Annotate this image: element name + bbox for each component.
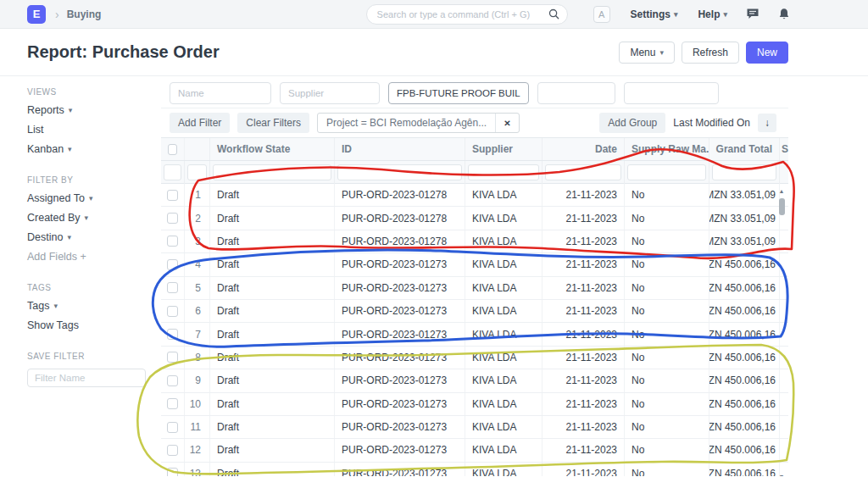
sidebar-item-created-by[interactable]: Created By ▾ xyxy=(27,212,161,225)
inline-filter-box[interactable] xyxy=(545,164,621,180)
cell-id[interactable]: PUR-ORD-2023-01273 xyxy=(335,300,465,322)
settings-menu[interactable]: Settings ▾ xyxy=(631,8,678,20)
row-checkbox[interactable] xyxy=(167,282,178,293)
column-header-supplier[interactable]: Supplier xyxy=(465,138,542,160)
filter-name-input[interactable] xyxy=(27,369,146,387)
cell-id[interactable]: PUR-ORD-2023-01273 xyxy=(335,253,465,275)
sidebar-item-tags[interactable]: Tags ▾ xyxy=(27,300,161,313)
inline-filter-box[interactable] xyxy=(627,164,706,180)
cell-id[interactable]: PUR-ORD-2023-01278 xyxy=(335,207,465,229)
row-checkbox[interactable] xyxy=(167,375,178,386)
project-filter-input[interactable] xyxy=(388,82,529,104)
cell-id[interactable]: PUR-ORD-2023-01273 xyxy=(335,369,465,391)
caret-down-icon: ▾ xyxy=(723,10,727,19)
scroll-up-icon[interactable]: ▲ xyxy=(779,188,785,195)
sidebar-item-destino[interactable]: Destino ▾ xyxy=(27,231,161,244)
cell-id[interactable]: PUR-ORD-2023-01278 xyxy=(335,230,465,252)
menu-button[interactable]: Menu ▾ xyxy=(619,42,675,64)
cell-id[interactable]: PUR-ORD-2023-01273 xyxy=(335,277,465,299)
search-input[interactable] xyxy=(377,9,548,19)
table-row[interactable]: 12 Draft PUR-ORD-2023-01273 KIVA LDA 21-… xyxy=(161,439,788,462)
inline-filter-box[interactable] xyxy=(337,164,462,180)
cell-id[interactable]: PUR-ORD-2023-01273 xyxy=(335,463,465,476)
chat-icon[interactable] xyxy=(746,8,760,20)
select-all-checkbox[interactable] xyxy=(168,144,177,155)
inline-filter-box[interactable] xyxy=(468,164,539,180)
avatar[interactable]: A xyxy=(593,6,610,23)
row-checkbox[interactable] xyxy=(167,445,178,456)
help-menu[interactable]: Help ▾ xyxy=(698,8,727,20)
table-row[interactable]: 8 Draft PUR-ORD-2023-01273 KIVA LDA 21-1… xyxy=(161,347,788,369)
sidebar-item-kanban[interactable]: Kanban ▾ xyxy=(27,143,161,156)
add-group-button[interactable]: Add Group xyxy=(599,113,665,133)
column-header-workflow-state[interactable]: Workflow State xyxy=(210,138,335,160)
column-header-id[interactable]: ID xyxy=(335,138,465,160)
row-checkbox[interactable] xyxy=(167,398,178,409)
table-row[interactable]: 2 Draft PUR-ORD-2023-01278 KIVA LDA 21-1… xyxy=(161,207,788,230)
column-header-supply-raw-material[interactable]: Supply Raw Ma... xyxy=(625,138,709,160)
column-header-date[interactable]: Date xyxy=(542,138,625,160)
table-row[interactable]: 6 Draft PUR-ORD-2023-01273 KIVA LDA 21-1… xyxy=(161,300,788,323)
sort-field-label[interactable]: Last Modified On xyxy=(673,117,750,129)
row-checkbox[interactable] xyxy=(167,259,178,270)
table-row[interactable]: 11 Draft PUR-ORD-2023-01273 KIVA LDA 21-… xyxy=(161,416,788,439)
table-scrollbar[interactable]: ▲ xyxy=(777,188,786,215)
sidebar-item-show-tags[interactable]: Show Tags xyxy=(27,319,161,332)
sidebar-item-assigned-to[interactable]: Assigned To ▾ xyxy=(27,192,161,205)
scrollbar-thumb[interactable] xyxy=(779,198,785,215)
close-icon[interactable]: ✕ xyxy=(495,114,518,132)
supplier-filter-input[interactable] xyxy=(280,82,380,104)
sidebar-item-reports[interactable]: Reports ▾ xyxy=(27,104,161,117)
row-checkbox[interactable] xyxy=(167,236,178,247)
clear-filters-button[interactable]: Clear Filters xyxy=(237,113,309,133)
row-checkbox[interactable] xyxy=(167,306,178,317)
sidebar-item-list[interactable]: List xyxy=(27,124,161,136)
row-checkbox[interactable] xyxy=(167,190,178,201)
row-checkbox[interactable] xyxy=(167,352,178,363)
cell-id[interactable]: PUR-ORD-2023-01273 xyxy=(335,347,465,369)
column-header-grand-total[interactable]: Grand Total xyxy=(709,138,780,160)
cell-supplier: KIVA LDA xyxy=(465,439,542,461)
refresh-button[interactable]: Refresh xyxy=(682,42,739,64)
cell-grand-total: MZN 450.006,16 xyxy=(709,253,780,275)
table-row[interactable]: 3 Draft PUR-ORD-2023-01278 KIVA LDA 21-1… xyxy=(161,230,788,253)
app-logo[interactable]: E xyxy=(27,5,46,24)
row-checkbox[interactable] xyxy=(167,468,178,476)
new-button[interactable]: New xyxy=(746,42,788,64)
cell-supply-raw-material: No xyxy=(625,300,709,322)
filter-chip-project[interactable]: Project = BCI Remodelação Agên... ✕ xyxy=(317,113,520,133)
cell-id[interactable]: PUR-ORD-2023-01278 xyxy=(335,184,465,206)
name-filter-input[interactable] xyxy=(170,82,271,104)
breadcrumb-buying[interactable]: Buying xyxy=(67,8,102,20)
cell-id[interactable]: PUR-ORD-2023-01273 xyxy=(335,439,465,461)
inline-filter-box[interactable] xyxy=(187,164,207,180)
cell-workflow-state: Draft xyxy=(210,207,335,229)
table-row[interactable]: 1 Draft PUR-ORD-2023-01278 KIVA LDA 21-1… xyxy=(161,184,788,207)
filter-input-5[interactable] xyxy=(624,82,719,104)
cell-id[interactable]: PUR-ORD-2023-01273 xyxy=(335,393,465,415)
row-checkbox[interactable] xyxy=(167,422,178,433)
row-checkbox[interactable] xyxy=(167,329,178,340)
sort-direction-button[interactable]: ↓ xyxy=(758,114,776,132)
table-row[interactable]: 13 Draft PUR-ORD-2023-01273 KIVA LDA 21-… xyxy=(161,463,788,476)
global-search[interactable] xyxy=(366,4,568,25)
cell-id[interactable]: PUR-ORD-2023-01273 xyxy=(335,416,465,438)
table-row[interactable]: 10 Draft PUR-ORD-2023-01273 KIVA LDA 21-… xyxy=(161,393,788,416)
caret-down-icon: ▾ xyxy=(53,300,58,313)
inline-filter-box[interactable] xyxy=(164,164,181,180)
scroll-down-icon[interactable]: ▼ xyxy=(779,474,785,476)
row-checkbox[interactable] xyxy=(167,213,178,224)
cell-supplier: KIVA LDA xyxy=(465,277,542,299)
table-row[interactable]: 5 Draft PUR-ORD-2023-01273 KIVA LDA 21-1… xyxy=(161,277,788,300)
inline-filter-box[interactable] xyxy=(712,164,776,180)
filter-input-4[interactable] xyxy=(537,82,615,104)
table-row[interactable]: 4 Draft PUR-ORD-2023-01273 KIVA LDA 21-1… xyxy=(161,253,788,276)
table-row[interactable]: 9 Draft PUR-ORD-2023-01273 KIVA LDA 21-1… xyxy=(161,369,788,392)
column-header-status-partial[interactable]: S xyxy=(780,138,788,160)
notifications-bell-icon[interactable] xyxy=(778,8,790,20)
table-row[interactable]: 7 Draft PUR-ORD-2023-01273 KIVA LDA 21-1… xyxy=(161,323,788,346)
sidebar-add-fields[interactable]: Add Fields + xyxy=(27,251,161,263)
add-filter-button[interactable]: Add Filter xyxy=(170,113,230,133)
inline-filter-box[interactable] xyxy=(213,164,331,180)
cell-id[interactable]: PUR-ORD-2023-01273 xyxy=(335,323,465,345)
